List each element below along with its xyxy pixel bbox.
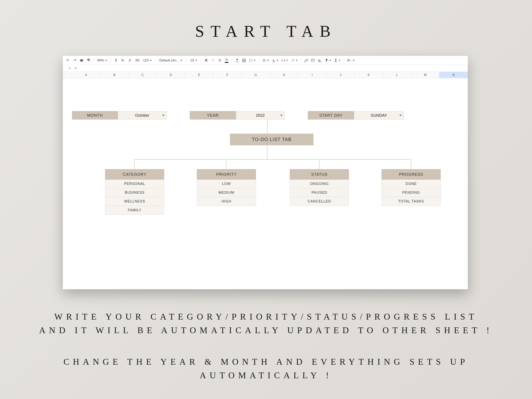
month-dropdown[interactable]: October bbox=[118, 111, 167, 120]
font-select[interactable]: Default (Ari... bbox=[158, 57, 184, 63]
connector-line bbox=[267, 120, 267, 134]
col-header[interactable]: I bbox=[298, 72, 327, 78]
col-header[interactable]: J bbox=[326, 72, 355, 78]
progress-item[interactable]: TOTAL TASKS bbox=[382, 197, 441, 206]
connector-line bbox=[134, 159, 135, 169]
v-align-button[interactable] bbox=[271, 57, 279, 63]
link-icon[interactable] bbox=[304, 57, 309, 63]
connector-line bbox=[319, 159, 320, 169]
status-item[interactable]: PAUSED bbox=[290, 188, 349, 197]
sheet-body[interactable]: MONTH October YEAR 2022 START DAY SUNDAY… bbox=[63, 78, 468, 289]
progress-item[interactable]: DONE bbox=[382, 180, 441, 188]
caption-2: CHANGE THE YEAR & MONTH AND EVERYTHING S… bbox=[0, 355, 532, 382]
chevron-down-icon bbox=[399, 115, 402, 116]
comment-icon[interactable] bbox=[310, 57, 316, 63]
currency-button[interactable]: $ bbox=[113, 57, 119, 63]
category-item[interactable]: WELLNESS bbox=[105, 197, 164, 206]
chevron-down-icon bbox=[162, 115, 165, 116]
year-dropdown[interactable]: 2022 bbox=[236, 111, 285, 120]
chart-icon[interactable] bbox=[317, 57, 323, 63]
col-header[interactable]: E bbox=[185, 72, 213, 78]
wrap-button[interactable] bbox=[280, 57, 289, 63]
zoom-select[interactable]: 90% bbox=[96, 57, 108, 63]
col-header[interactable]: N bbox=[439, 72, 468, 78]
page-title: START TAB bbox=[0, 0, 532, 41]
progress-block: PROGRESS DONE PENDING TOTAL TASKS bbox=[382, 169, 441, 206]
connector-line bbox=[134, 159, 411, 160]
strike-button[interactable]: S bbox=[217, 57, 223, 63]
priority-item[interactable]: HIGH bbox=[197, 197, 256, 206]
connector-line bbox=[411, 159, 411, 169]
h-align-button[interactable] bbox=[261, 57, 270, 63]
progress-head: PROGRESS bbox=[382, 169, 441, 180]
borders-button[interactable] bbox=[241, 57, 247, 63]
print-icon[interactable] bbox=[79, 57, 84, 63]
category-head: CATEGORY bbox=[105, 169, 164, 180]
col-header[interactable]: M bbox=[411, 72, 440, 78]
startday-label: START DAY bbox=[308, 111, 354, 120]
category-block: CATEGORY PERSONAL BUSINESS WELLNESS FAMI… bbox=[105, 169, 164, 215]
percent-button[interactable]: % bbox=[120, 57, 126, 63]
section-title: TO-DO LIST TAB bbox=[230, 134, 313, 145]
category-item[interactable]: BUSINESS bbox=[105, 188, 164, 197]
status-item[interactable]: CANCELLED bbox=[290, 197, 349, 206]
toolbar: 90% $ % .0 .00 123 Default (Ari... 10 B … bbox=[63, 56, 468, 65]
col-header[interactable]: A bbox=[72, 72, 100, 78]
col-header[interactable]: L bbox=[383, 72, 411, 78]
undo-icon[interactable] bbox=[65, 57, 71, 63]
chevron-down-icon bbox=[280, 115, 283, 116]
formula-bar[interactable]: fx bbox=[63, 65, 468, 72]
connector-line bbox=[226, 159, 226, 169]
col-header[interactable]: H bbox=[270, 72, 298, 78]
select-all-corner[interactable] bbox=[63, 72, 72, 78]
month-label: MONTH bbox=[72, 111, 118, 120]
fill-color-button[interactable] bbox=[234, 57, 240, 63]
spreadsheet-window: 90% $ % .0 .00 123 Default (Ari... 10 B … bbox=[63, 56, 468, 289]
italic-button[interactable]: I bbox=[210, 57, 216, 63]
col-header[interactable]: C bbox=[128, 72, 157, 78]
priority-item[interactable]: LOW bbox=[197, 180, 256, 188]
priority-head: PRIORITY bbox=[197, 169, 256, 180]
startday-dropdown[interactable]: SUNDAY bbox=[354, 111, 404, 120]
bold-button[interactable]: B bbox=[203, 57, 209, 63]
column-headers: A B C D E F G H I J K L M N bbox=[63, 72, 468, 78]
fx-label: fx bbox=[74, 66, 77, 70]
text-color-button[interactable]: A bbox=[224, 57, 229, 63]
year-selector: YEAR 2022 bbox=[190, 111, 285, 120]
status-block: STATUS ONGOING PAUSED CANCELLED bbox=[290, 169, 349, 206]
progress-item[interactable]: PENDING bbox=[382, 188, 441, 197]
rotate-button[interactable] bbox=[290, 57, 298, 63]
col-header[interactable]: G bbox=[241, 72, 270, 78]
functions-icon[interactable]: Σ bbox=[333, 57, 341, 63]
connector-line bbox=[267, 145, 267, 160]
decrease-decimal-button[interactable]: .0 bbox=[127, 57, 132, 63]
font-size-select[interactable]: 10 bbox=[189, 57, 198, 63]
addons-button[interactable]: P✓ bbox=[346, 57, 355, 63]
priority-block: PRIORITY LOW MEDIUM HIGH bbox=[197, 169, 256, 206]
number-format-select[interactable]: 123 bbox=[142, 57, 152, 63]
startday-selector: START DAY SUNDAY bbox=[308, 111, 404, 120]
year-label: YEAR bbox=[190, 111, 236, 120]
paint-format-icon[interactable] bbox=[86, 57, 91, 63]
status-item[interactable]: ONGOING bbox=[290, 180, 349, 188]
col-header[interactable]: K bbox=[355, 72, 383, 78]
filter-icon[interactable] bbox=[324, 57, 332, 63]
redo-icon[interactable] bbox=[72, 57, 78, 63]
caption-1: WRITE YOUR CATEGORY/PRIORITY/STATUS/PROG… bbox=[0, 310, 532, 337]
col-header[interactable]: B bbox=[100, 72, 129, 78]
name-box-dropdown-icon[interactable] bbox=[69, 68, 71, 69]
status-head: STATUS bbox=[290, 169, 349, 180]
priority-item[interactable]: MEDIUM bbox=[197, 188, 256, 197]
category-item[interactable]: FAMILY bbox=[105, 206, 164, 215]
col-header[interactable]: D bbox=[157, 72, 185, 78]
category-item[interactable]: PERSONAL bbox=[105, 180, 164, 188]
increase-decimal-button[interactable]: .00 bbox=[133, 57, 141, 63]
col-header[interactable]: F bbox=[213, 72, 242, 78]
merge-button[interactable] bbox=[248, 57, 256, 63]
month-selector: MONTH October bbox=[72, 111, 167, 120]
